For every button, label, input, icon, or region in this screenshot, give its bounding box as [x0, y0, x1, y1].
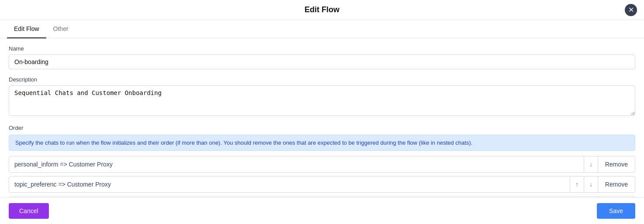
- order-row-2: topic_preferenc => Customer Proxy ↑ ↓ Re…: [9, 176, 635, 193]
- order-row-2-down-button[interactable]: ↓: [584, 177, 598, 192]
- order-row-1: personal_inform => Customer Proxy ↓ Remo…: [9, 156, 635, 173]
- description-label: Description: [9, 76, 635, 83]
- tabs: Edit Flow Other: [0, 20, 644, 38]
- order-row-1-remove-button[interactable]: Remove: [598, 156, 635, 172]
- name-input[interactable]: [9, 54, 635, 69]
- modal-header: Edit Flow ✕: [0, 0, 644, 20]
- modal-footer: Cancel Save: [0, 197, 644, 224]
- modal-body: Name Description Sequential Chats and Cu…: [0, 38, 644, 197]
- modal-container: Edit Flow ✕ Edit Flow Other Name Descrip…: [0, 0, 644, 224]
- close-icon: ✕: [628, 7, 634, 14]
- order-info-box: Specify the chats to run when the flow i…: [9, 135, 635, 151]
- description-input[interactable]: Sequential Chats and Customer Onboarding: [9, 85, 635, 116]
- tab-edit-flow[interactable]: Edit Flow: [7, 20, 46, 38]
- order-row-2-remove-button[interactable]: Remove: [598, 176, 635, 192]
- name-group: Name: [9, 45, 635, 69]
- name-label: Name: [9, 45, 635, 52]
- close-button[interactable]: ✕: [625, 4, 637, 16]
- modal-title: Edit Flow: [305, 5, 340, 14]
- order-label: Order: [9, 125, 635, 131]
- save-button[interactable]: Save: [597, 203, 635, 219]
- order-row-2-up-button[interactable]: ↑: [570, 177, 584, 192]
- tab-other[interactable]: Other: [46, 20, 76, 38]
- info-text: Specify the chats to run when the flow i…: [15, 139, 472, 146]
- cancel-button[interactable]: Cancel: [9, 203, 49, 219]
- order-group: Order Specify the chats to run when the …: [9, 125, 635, 197]
- order-row-1-down-button[interactable]: ↓: [584, 157, 598, 172]
- description-group: Description Sequential Chats and Custome…: [9, 76, 635, 118]
- order-row-2-label: topic_preferenc => Customer Proxy: [9, 176, 570, 192]
- order-row-2-controls: ↑ ↓ Remove: [570, 176, 635, 192]
- order-row-1-controls: ↓ Remove: [584, 156, 635, 172]
- order-row-1-label: personal_inform => Customer Proxy: [9, 156, 584, 172]
